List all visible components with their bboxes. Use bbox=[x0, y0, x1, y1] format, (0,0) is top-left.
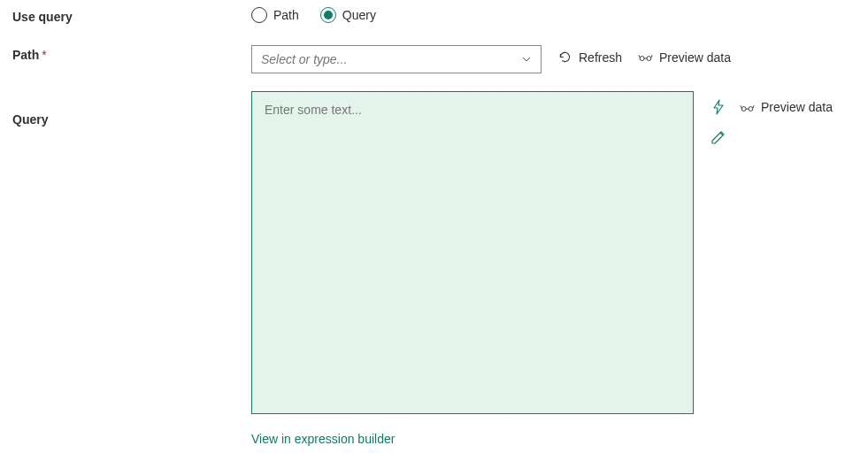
query-label-text: Query bbox=[12, 112, 48, 127]
radio-query-circle bbox=[320, 7, 336, 23]
use-query-label-text: Use query bbox=[12, 10, 73, 24]
glasses-icon bbox=[638, 50, 653, 65]
use-query-row: Use query Path Query bbox=[12, 7, 856, 24]
svg-point-2 bbox=[741, 106, 746, 111]
query-label: Query bbox=[12, 91, 251, 127]
chevron-down-icon bbox=[521, 54, 532, 65]
radio-query[interactable]: Query bbox=[320, 7, 376, 23]
svg-point-3 bbox=[749, 106, 753, 111]
lightning-icon[interactable] bbox=[710, 98, 727, 116]
radio-path-label: Path bbox=[273, 8, 299, 22]
radio-path[interactable]: Path bbox=[251, 7, 299, 23]
radio-query-dot bbox=[324, 11, 333, 19]
query-side-row1: Preview data bbox=[710, 98, 833, 116]
use-query-controls: Path Query bbox=[251, 7, 856, 23]
path-dropdown-placeholder: Select or type... bbox=[261, 52, 347, 66]
query-preview-data-label: Preview data bbox=[761, 100, 833, 114]
svg-point-0 bbox=[640, 57, 644, 61]
path-row: Path* Select or type... Refresh Preview … bbox=[12, 45, 856, 73]
required-asterisk: * bbox=[42, 48, 46, 62]
query-textarea[interactable]: Enter some text... bbox=[251, 91, 694, 414]
path-dropdown[interactable]: Select or type... bbox=[251, 45, 542, 73]
preview-data-button[interactable]: Preview data bbox=[638, 45, 731, 65]
radio-query-label: Query bbox=[342, 8, 376, 22]
refresh-label: Refresh bbox=[579, 50, 622, 65]
query-controls: Enter some text... Preview data bbox=[251, 91, 856, 414]
radio-path-circle bbox=[251, 7, 267, 23]
expression-builder-row: View in expression builder bbox=[251, 432, 856, 446]
path-label-text: Path bbox=[12, 48, 39, 62]
path-controls: Select or type... Refresh Preview data bbox=[251, 45, 856, 73]
use-query-radio-group: Path Query bbox=[251, 7, 376, 23]
path-label: Path* bbox=[12, 45, 251, 62]
query-row: Query Enter some text... Preview data bbox=[12, 91, 856, 414]
glasses-icon bbox=[740, 100, 755, 115]
refresh-button[interactable]: Refresh bbox=[557, 45, 622, 65]
preview-data-label: Preview data bbox=[659, 50, 731, 65]
use-query-label: Use query bbox=[12, 7, 251, 24]
refresh-icon bbox=[557, 50, 572, 65]
view-expression-builder-link[interactable]: View in expression builder bbox=[251, 432, 395, 446]
edit-icon[interactable] bbox=[710, 128, 727, 146]
query-preview-data-button[interactable]: Preview data bbox=[740, 100, 833, 115]
query-side-actions: Preview data bbox=[710, 91, 833, 146]
query-placeholder: Enter some text... bbox=[265, 103, 362, 117]
svg-point-1 bbox=[647, 57, 651, 61]
